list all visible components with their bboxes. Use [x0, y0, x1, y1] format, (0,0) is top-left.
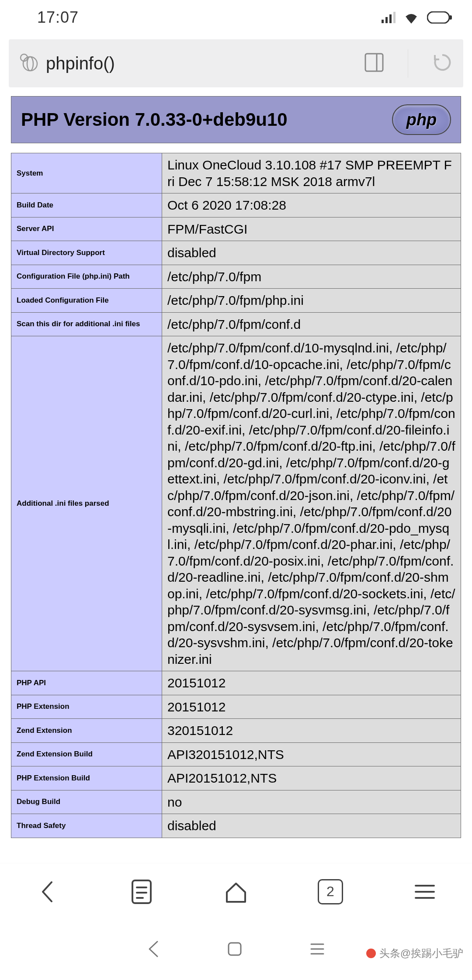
row-label: PHP API — [11, 671, 162, 695]
row-value: /etc/php/7.0/fpm/conf.d/10-mysqlnd.ini, … — [162, 336, 461, 671]
php-version-heading: PHP Version 7.0.33-0+deb9u10 — [21, 109, 288, 130]
svg-rect-18 — [229, 943, 241, 955]
row-label: Thread Safety — [11, 814, 162, 838]
signal-icon — [382, 12, 396, 23]
row-value: Linux OneCloud 3.10.108 #17 SMP PREEMPT … — [162, 153, 461, 193]
row-value: /etc/php/7.0/fpm/php.ini — [162, 289, 461, 313]
row-label: Build Date — [11, 193, 162, 217]
watermark: 头条@挨踢小毛驴 — [366, 946, 463, 960]
table-row: PHP Extension BuildAPI20151012,NTS — [11, 766, 461, 790]
row-value: no — [162, 790, 461, 814]
table-row: Zend Extension BuildAPI320151012,NTS — [11, 742, 461, 766]
row-label: Configuration File (php.ini) Path — [11, 265, 162, 289]
table-row: SystemLinux OneCloud 3.10.108 #17 SMP PR… — [11, 153, 461, 193]
row-value: 20151012 — [162, 695, 461, 719]
row-value: /etc/php/7.0/fpm — [162, 265, 461, 289]
phpinfo-table: SystemLinux OneCloud 3.10.108 #17 SMP PR… — [11, 153, 461, 838]
status-icons — [382, 11, 452, 24]
table-row: Additional .ini files parsed/etc/php/7.0… — [11, 336, 461, 671]
php-logo-text: php — [406, 110, 437, 129]
row-value: 20151012 — [162, 671, 461, 695]
wifi-icon — [403, 11, 419, 24]
row-label: Additional .ini files parsed — [11, 336, 162, 671]
row-label: Scan this dir for additional .ini files — [11, 312, 162, 336]
back-button[interactable] — [30, 874, 65, 909]
phpinfo-header: PHP Version 7.0.33-0+deb9u10 php — [11, 96, 461, 143]
table-row: Virtual Directory Supportdisabled — [11, 241, 461, 265]
row-label: PHP Extension Build — [11, 766, 162, 790]
table-row: Loaded Configuration File/etc/php/7.0/fp… — [11, 289, 461, 313]
table-row: Server APIFPM/FastCGI — [11, 217, 461, 241]
browser-address-bar[interactable]: phpinfo() — [9, 39, 463, 87]
row-label: Virtual Directory Support — [11, 241, 162, 265]
row-label: Debug Build — [11, 790, 162, 814]
row-value: FPM/FastCGI — [162, 217, 461, 241]
svg-rect-5 — [449, 15, 452, 20]
row-value: 320151012 — [162, 719, 461, 743]
row-label: Loaded Configuration File — [11, 289, 162, 313]
php-logo-icon: php — [392, 104, 451, 135]
table-row: Debug Buildno — [11, 790, 461, 814]
table-row: PHP Extension20151012 — [11, 695, 461, 719]
svg-rect-9 — [365, 54, 383, 71]
row-label: Server API — [11, 217, 162, 241]
svg-point-7 — [27, 57, 33, 71]
table-row: Scan this dir for additional .ini files/… — [11, 312, 461, 336]
watermark-text: 头条@挨踢小毛驴 — [379, 946, 463, 960]
reader-mode-icon[interactable] — [364, 53, 384, 74]
row-value: API320151012,NTS — [162, 742, 461, 766]
tabs-count: 2 — [318, 879, 343, 904]
battery-icon — [427, 11, 452, 24]
row-label: Zend Extension Build — [11, 742, 162, 766]
svg-point-6 — [23, 57, 37, 71]
row-value: API20151012,NTS — [162, 766, 461, 790]
divider — [408, 49, 408, 78]
row-label: System — [11, 153, 162, 193]
system-back-button[interactable] — [146, 939, 161, 961]
svg-rect-4 — [427, 12, 449, 23]
system-nav-bar: 头条@挨踢小毛驴 — [0, 920, 472, 980]
system-recent-button[interactable] — [309, 942, 326, 958]
watermark-icon — [366, 949, 376, 958]
row-label: Zend Extension — [11, 719, 162, 743]
table-row: Build DateOct 6 2020 17:08:28 — [11, 193, 461, 217]
svg-rect-3 — [393, 12, 396, 23]
url-text: phpinfo() — [46, 54, 364, 73]
table-row: Thread Safetydisabled — [11, 814, 461, 838]
svg-rect-1 — [385, 17, 388, 23]
row-value: Oct 6 2020 17:08:28 — [162, 193, 461, 217]
table-row: Configuration File (php.ini) Path/etc/ph… — [11, 265, 461, 289]
page-content[interactable]: PHP Version 7.0.33-0+deb9u10 php SystemL… — [0, 87, 472, 838]
status-time: 17:07 — [37, 8, 79, 27]
tabs-button[interactable]: 2 — [313, 874, 348, 909]
row-value: /etc/php/7.0/fpm/conf.d — [162, 312, 461, 336]
row-value: disabled — [162, 814, 461, 838]
status-bar: 17:07 — [0, 0, 472, 35]
menu-button[interactable] — [407, 874, 442, 909]
table-row: Zend Extension320151012 — [11, 719, 461, 743]
svg-rect-2 — [389, 14, 392, 23]
bookmarks-button[interactable] — [124, 874, 159, 909]
reload-icon[interactable] — [432, 52, 452, 74]
globe-icon — [20, 53, 38, 73]
row-value: disabled — [162, 241, 461, 265]
home-button[interactable] — [219, 874, 253, 909]
svg-rect-0 — [382, 20, 384, 23]
table-row: PHP API20151012 — [11, 671, 461, 695]
system-home-button[interactable] — [226, 940, 243, 959]
row-label: PHP Extension — [11, 695, 162, 719]
browser-bottom-nav: 2 — [0, 863, 472, 920]
